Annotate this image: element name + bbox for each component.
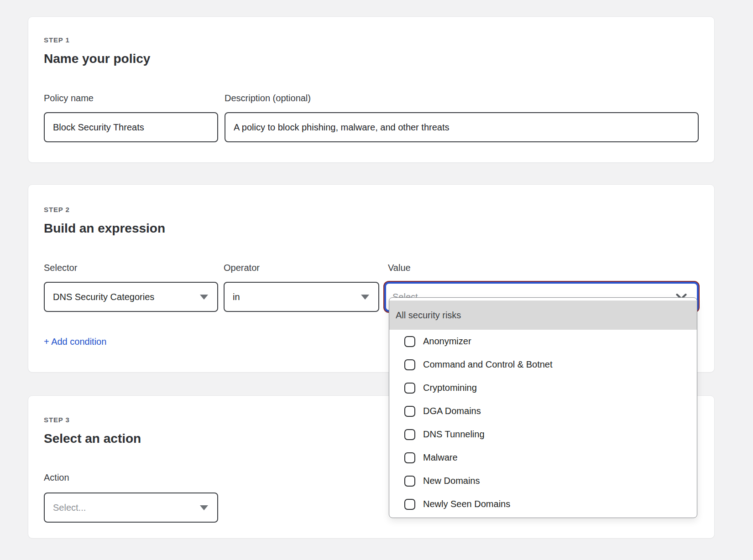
selector-select[interactable]: DNS Security Categories	[44, 282, 218, 312]
step2-title: Build an expression	[44, 220, 699, 237]
option-label: DNS Tunneling	[423, 429, 485, 440]
value-label: Value	[388, 262, 699, 274]
policy-name-input[interactable]	[44, 112, 218, 142]
selector-select-value: DNS Security Categories	[53, 292, 154, 302]
option-label: Newly Seen Domains	[423, 499, 510, 509]
caret-down-icon	[361, 295, 369, 300]
step1-card: STEP 1 Name your policy Policy name Desc…	[28, 16, 715, 163]
dropdown-option[interactable]: Command and Control & Botnet	[389, 353, 697, 376]
step2-label: STEP 2	[44, 206, 699, 214]
value-dropdown-panel: All security risks Anonymizer Command an…	[389, 297, 697, 518]
option-checkbox[interactable]	[404, 476, 415, 487]
caret-down-icon	[200, 505, 208, 510]
dropdown-option[interactable]: Newly Seen Domains	[389, 493, 697, 516]
option-checkbox[interactable]	[404, 429, 415, 440]
dropdown-option[interactable]: DGA Domains	[389, 399, 697, 423]
step1-label: STEP 1	[44, 36, 699, 44]
action-select-placeholder: Select...	[53, 503, 86, 513]
step1-title: Name your policy	[44, 51, 699, 67]
option-checkbox[interactable]	[404, 359, 415, 370]
caret-down-icon	[200, 295, 208, 300]
option-checkbox[interactable]	[404, 383, 415, 394]
action-select[interactable]: Select...	[44, 493, 218, 523]
option-checkbox[interactable]	[404, 499, 415, 510]
operator-label: Operator	[224, 262, 379, 274]
option-label: New Domains	[423, 476, 480, 486]
option-label: DGA Domains	[423, 406, 481, 416]
dropdown-option[interactable]: Anonymizer	[389, 330, 697, 353]
dropdown-option[interactable]: DNS Tunneling	[389, 423, 697, 446]
description-input[interactable]	[225, 112, 699, 142]
dropdown-option-all-security-risks[interactable]: All security risks	[389, 301, 697, 330]
step2-card: STEP 2 Build an expression Selector DNS …	[28, 184, 715, 373]
option-label: Command and Control & Botnet	[423, 359, 553, 370]
dropdown-option[interactable]: Cryptomining	[389, 376, 697, 399]
policy-name-label: Policy name	[44, 92, 218, 104]
add-condition-link[interactable]: + Add condition	[44, 336, 106, 347]
operator-select[interactable]: in	[224, 282, 379, 312]
operator-select-value: in	[233, 292, 240, 302]
dropdown-option[interactable]: Malware	[389, 446, 697, 469]
option-label: Malware	[423, 452, 458, 463]
description-label: Description (optional)	[225, 92, 699, 104]
selector-label: Selector	[44, 262, 218, 274]
policy-builder-page: STEP 1 Name your policy Policy name Desc…	[0, 0, 753, 560]
option-label: Cryptomining	[423, 383, 477, 393]
option-checkbox[interactable]	[404, 452, 415, 463]
dropdown-option[interactable]: New Domains	[389, 469, 697, 493]
action-label: Action	[44, 472, 218, 483]
option-checkbox[interactable]	[404, 406, 415, 417]
option-label: Anonymizer	[423, 336, 471, 347]
option-checkbox[interactable]	[404, 336, 415, 347]
